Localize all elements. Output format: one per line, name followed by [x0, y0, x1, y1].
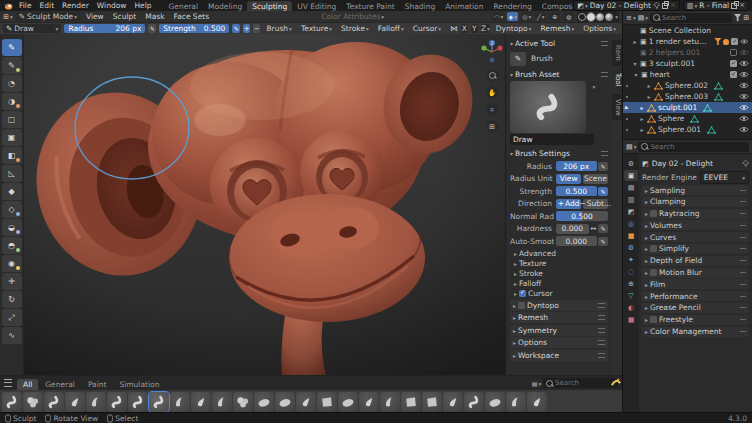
- sculpt-canvas[interactable]: [24, 34, 505, 375]
- tool-box-hide[interactable]: ▢: [2, 111, 22, 128]
- strength-slider[interactable]: 0.500: [556, 186, 597, 196]
- subpanel-cursor[interactable]: Cursor: [510, 288, 608, 298]
- strength-slider[interactable]: Strength 0.500: [159, 24, 229, 33]
- brush-thumb[interactable]: [464, 392, 484, 412]
- brush-thumb[interactable]: [107, 392, 127, 412]
- shading-wireframe-icon[interactable]: [578, 13, 586, 21]
- new-scene-icon[interactable]: [662, 3, 668, 9]
- outliner-row-scene-collection[interactable]: ▣ Scene Collection: [623, 25, 752, 36]
- shelf-tab-all[interactable]: All: [17, 379, 38, 390]
- options-popover[interactable]: Options: [580, 24, 619, 33]
- section-symmetry[interactable]: Symmetry: [510, 325, 608, 336]
- brush-thumb-selected[interactable]: [149, 392, 169, 412]
- menu-help[interactable]: Help: [130, 1, 155, 10]
- tool-line-project[interactable]: ◺: [2, 165, 22, 182]
- collection-checkbox[interactable]: [730, 60, 737, 67]
- outliner-row-sphere-003[interactable]: ▸ Sphere.003: [623, 91, 752, 102]
- brush-thumb[interactable]: [23, 392, 43, 412]
- outliner-search[interactable]: [650, 13, 732, 23]
- brush-thumb[interactable]: [86, 392, 106, 412]
- brush-thumb[interactable]: [506, 392, 526, 412]
- collection-checkbox[interactable]: [730, 49, 737, 56]
- shading-dropdown-icon[interactable]: [614, 12, 618, 21]
- strength-pressure-icon[interactable]: ✎: [598, 187, 608, 196]
- section-options[interactable]: Options: [510, 337, 608, 348]
- radius-unit-scene-button[interactable]: Scene: [583, 174, 608, 184]
- direction-add-button[interactable]: +: [243, 24, 250, 33]
- brush-thumb[interactable]: [254, 392, 274, 412]
- brush-asset-dropdown-icon[interactable]: [588, 81, 599, 92]
- shelf-search-input[interactable]: [555, 379, 615, 387]
- section-sampling[interactable]: Sampling: [642, 185, 749, 195]
- nav-gizmo[interactable]: Z: [479, 39, 505, 65]
- tab-texture-paint[interactable]: Texture Paint: [341, 1, 399, 11]
- menu-window[interactable]: Window: [93, 1, 131, 10]
- auto-smooth-slider[interactable]: 0.000: [556, 236, 597, 246]
- tool-rotate[interactable]: ↻: [2, 291, 22, 308]
- menu-texture[interactable]: Texture: [298, 24, 335, 33]
- tab-sculpting[interactable]: Sculpting: [247, 1, 292, 11]
- menu-falloff[interactable]: Falloff: [375, 24, 407, 33]
- menu-brush[interactable]: Brush: [263, 24, 294, 33]
- menu-view[interactable]: View: [83, 12, 107, 21]
- section-curves[interactable]: Curves: [642, 232, 749, 242]
- freestyle-checkbox[interactable]: [650, 316, 657, 323]
- filter-funnel-icon[interactable]: [734, 14, 741, 21]
- brush-thumb[interactable]: [443, 392, 463, 412]
- symmetry-z-button[interactable]: Z: [481, 24, 490, 33]
- overlays-toggle-icon[interactable]: ◍: [563, 12, 574, 21]
- raytracing-checkbox[interactable]: [650, 210, 657, 217]
- delete-view-layer-icon[interactable]: ×: [739, 2, 745, 9]
- tab-render-icon[interactable]: ▣: [624, 170, 638, 181]
- strength-pressure-icon[interactable]: ✎: [232, 24, 240, 33]
- properties-search-input[interactable]: [650, 143, 720, 151]
- direction-subtract-button[interactable]: −Subt...: [583, 199, 608, 209]
- symmetry-y-button[interactable]: Y: [471, 24, 478, 33]
- section-freestyle[interactable]: Freestyle: [642, 315, 749, 325]
- pan-hand-icon[interactable]: ✋: [486, 86, 499, 99]
- menu-face-sets[interactable]: Face Sets: [171, 12, 213, 21]
- sidebar-tab-tool[interactable]: Tool: [612, 68, 622, 92]
- tab-compositing[interactable]: Compositing: [537, 1, 573, 11]
- thumbnail-size-dropdown[interactable]: ▤: [531, 379, 542, 388]
- section-simplify[interactable]: Simplify: [642, 244, 749, 254]
- menu-edit[interactable]: Edit: [36, 1, 59, 10]
- section-raytracing[interactable]: Raytracing: [642, 209, 749, 219]
- direction-subtract-button[interactable]: −: [253, 24, 260, 33]
- tab-world-icon[interactable]: ◎: [624, 218, 638, 229]
- brush-thumb[interactable]: [527, 392, 547, 412]
- tab-general[interactable]: General: [163, 1, 203, 11]
- tab-view-layer-icon[interactable]: ▥: [624, 194, 638, 205]
- camera-view-icon[interactable]: ⌗: [486, 103, 499, 116]
- render-engine-dropdown[interactable]: EEVEE: [700, 171, 749, 184]
- brush-thumb[interactable]: [2, 392, 22, 412]
- tool-transform[interactable]: ⤢: [2, 309, 22, 326]
- eye-icon[interactable]: [739, 126, 749, 133]
- tab-output-icon[interactable]: ▤: [624, 182, 638, 193]
- pin-icon[interactable]: [653, 2, 660, 9]
- active-tool-header[interactable]: Active Tool: [510, 37, 608, 49]
- eye-icon[interactable]: [739, 115, 749, 122]
- hardness-slider[interactable]: 0.000: [556, 224, 589, 234]
- subpanel-advanced[interactable]: Advanced: [510, 248, 608, 258]
- pin-icon[interactable]: [742, 160, 749, 167]
- brush-thumb[interactable]: [128, 392, 148, 412]
- editor-type-icon[interactable]: ⊞: [3, 13, 13, 21]
- brush-thumb[interactable]: [338, 392, 358, 412]
- tool-box-mask[interactable]: ▣: [2, 129, 22, 146]
- menu-stroke[interactable]: Stroke: [338, 24, 372, 33]
- menu-render[interactable]: Render: [58, 1, 93, 10]
- symmetry-x-button[interactable]: X: [461, 24, 468, 33]
- brush-thumb[interactable]: [275, 392, 295, 412]
- tab-modeling[interactable]: Modeling: [203, 1, 247, 11]
- ortho-grid-icon[interactable]: ⊞: [486, 120, 499, 133]
- section-grease-pencil[interactable]: Grease Pencil: [642, 303, 749, 313]
- shelf-search[interactable]: [543, 378, 618, 388]
- shading-solid-icon[interactable]: [587, 13, 595, 21]
- section-color-management[interactable]: Color Management: [642, 327, 749, 337]
- collection-checkbox[interactable]: [731, 38, 738, 45]
- simplify-checkbox[interactable]: [650, 245, 657, 252]
- blender-logo-icon[interactable]: [3, 2, 13, 10]
- normal-radius-slider[interactable]: 0.500: [556, 211, 608, 221]
- shading-material-icon[interactable]: [596, 13, 604, 21]
